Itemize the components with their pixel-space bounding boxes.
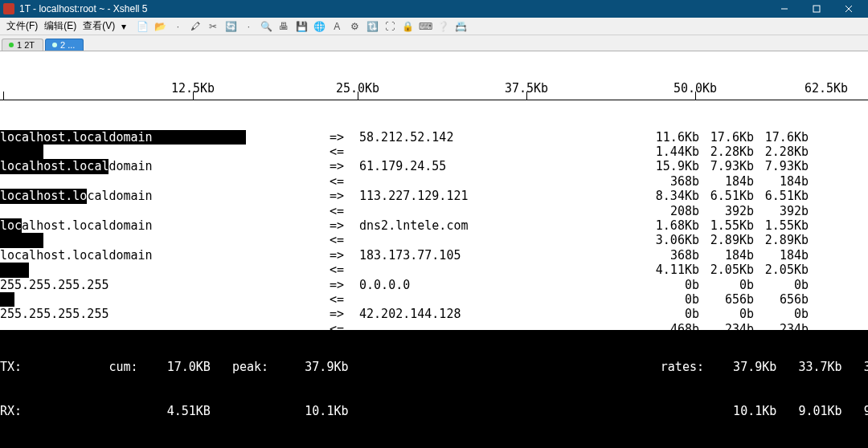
rate-col-1: 3.06Kb bbox=[649, 233, 704, 247]
rate-col-3: 184b bbox=[759, 248, 813, 263]
font-icon[interactable]: A bbox=[330, 20, 343, 33]
direction-arrow: <= bbox=[330, 174, 352, 189]
rate-col-3: 2.05Kb bbox=[759, 263, 813, 277]
table-row: <= 208b392b392b bbox=[0, 204, 868, 218]
sep-icon: · bbox=[171, 20, 184, 33]
maximize-button[interactable] bbox=[800, 0, 833, 18]
direction-arrow: <= bbox=[330, 263, 352, 277]
direction-arrow: => bbox=[330, 130, 352, 145]
tab-2-label: 2 ... bbox=[60, 40, 75, 50]
rate-col-2: 0b bbox=[704, 278, 759, 292]
rate-col-1: 11.6Kb bbox=[649, 130, 704, 145]
titlebar: 1T - localhost:root ~ - Xshell 5 bbox=[0, 0, 868, 18]
rate-col-1: 1.44Kb bbox=[649, 145, 704, 159]
destination-cell: dns2.lntele.com bbox=[352, 218, 649, 233]
host-cell: localhost.localdomain bbox=[0, 248, 330, 263]
table-row: <= 4.11Kb2.05Kb2.05Kb bbox=[0, 263, 868, 277]
window-controls bbox=[768, 0, 865, 18]
rate-col-2: 7.93Kb bbox=[704, 159, 759, 173]
rate-col-1: 0b bbox=[649, 278, 704, 292]
rate-col-1: 208b bbox=[649, 204, 704, 218]
rate-col-3: 6.51Kb bbox=[759, 189, 813, 203]
rate-col-2: 184b bbox=[704, 174, 759, 189]
bandwidth-scale: 12.5Kb 25.0Kb 37.5Kb 50.0Kb 62.5Kb bbox=[0, 81, 868, 100]
terminal[interactable]: 12.5Kb 25.0Kb 37.5Kb 50.0Kb 62.5Kb local… bbox=[0, 51, 868, 448]
destination-cell: 61.179.24.55 bbox=[352, 159, 649, 173]
globe-icon[interactable]: 🌐 bbox=[313, 20, 326, 33]
menubar: 文件(F) 编辑(E) 查看(V) ▾ 📄 📂 · 🖍 ✂ 🔄 · 🔍 🖶 💾 … bbox=[0, 18, 868, 35]
direction-arrow: => bbox=[330, 248, 352, 263]
rate-col-2: 656b bbox=[704, 292, 759, 307]
table-row: localhost.localdomain=> 61.179.24.5515.9… bbox=[0, 159, 868, 173]
host-cell bbox=[0, 233, 330, 247]
direction-arrow: => bbox=[330, 218, 352, 233]
sync-icon[interactable]: 🔃 bbox=[366, 20, 379, 33]
status-dot-icon bbox=[52, 43, 57, 47]
rate-col-1: 368b bbox=[649, 174, 704, 189]
table-row: localhost.localdomain=> 58.212.52.14211.… bbox=[0, 130, 868, 145]
menu-file[interactable]: 文件(F) bbox=[3, 19, 41, 33]
host-cell bbox=[0, 292, 330, 307]
destination-cell: 0.0.0.0 bbox=[352, 278, 649, 292]
host-cell: localhost.localdomain bbox=[0, 189, 330, 203]
rate-col-3: 1.55Kb bbox=[759, 218, 813, 233]
destination-cell bbox=[352, 263, 649, 277]
search-icon[interactable]: 🔍 bbox=[260, 20, 272, 33]
index-icon[interactable]: 📇 bbox=[454, 20, 467, 33]
table-row: localhost.localdomain=> 113.227.129.1218… bbox=[0, 189, 868, 203]
host-cell: localhost.localdomain bbox=[0, 218, 330, 233]
table-row: <= 1.44Kb2.28Kb2.28Kb bbox=[0, 145, 868, 159]
rate-col-2: 2.28Kb bbox=[704, 145, 759, 159]
menu-edit[interactable]: 编辑(E) bbox=[41, 19, 80, 33]
save-icon[interactable]: 💾 bbox=[295, 20, 308, 33]
gear-icon[interactable]: ⚙ bbox=[348, 20, 361, 33]
table-row: 255.255.255.255=> 0.0.0.00b0b0b bbox=[0, 278, 868, 292]
cut-icon[interactable]: ✂ bbox=[207, 20, 219, 33]
rate-col-1: 1.68Kb bbox=[649, 218, 704, 233]
highlight-icon[interactable]: 🖍 bbox=[189, 20, 202, 33]
destination-cell bbox=[352, 233, 649, 247]
destination-cell: 183.173.77.105 bbox=[352, 248, 649, 263]
tabbar: 1 2T 2 ... bbox=[0, 35, 868, 51]
status-dot-icon bbox=[9, 43, 14, 47]
destination-cell bbox=[352, 145, 649, 159]
rate-col-3: 656b bbox=[759, 292, 813, 307]
host-cell: 255.255.255.255 bbox=[0, 278, 330, 292]
rate-col-3: 2.28Kb bbox=[759, 145, 813, 159]
toolbar: 📄 📂 · 🖍 ✂ 🔄 · 🔍 🖶 💾 🌐 A ⚙ 🔃 ⛶ 🔒 ⌨ ❔ 📇 bbox=[136, 20, 467, 33]
svg-rect-1 bbox=[813, 6, 820, 12]
folder-icon[interactable]: 📂 bbox=[154, 20, 166, 33]
lock-icon[interactable]: 🔒 bbox=[401, 20, 414, 33]
direction-arrow: => bbox=[330, 189, 352, 203]
destination-cell bbox=[352, 174, 649, 189]
rate-col-1: 4.11Kb bbox=[649, 263, 704, 277]
destination-cell: 58.212.52.142 bbox=[352, 130, 649, 145]
keyboard-icon[interactable]: ⌨ bbox=[419, 20, 432, 33]
expand-icon[interactable]: ⛶ bbox=[383, 20, 396, 33]
help-icon[interactable]: ❔ bbox=[436, 20, 449, 33]
menu-view[interactable]: 查看(V) bbox=[80, 19, 118, 33]
rate-col-1: 8.34Kb bbox=[649, 189, 704, 203]
new-icon[interactable]: 📄 bbox=[136, 20, 149, 33]
host-cell bbox=[0, 263, 330, 277]
rate-col-2: 2.89Kb bbox=[704, 233, 759, 247]
tab-2[interactable]: 2 ... bbox=[45, 39, 84, 51]
menu-more[interactable]: ▾ bbox=[118, 21, 129, 32]
rate-col-3: 0b bbox=[759, 278, 813, 292]
direction-arrow: <= bbox=[330, 292, 352, 307]
host-cell bbox=[0, 145, 330, 159]
destination-cell bbox=[352, 292, 649, 307]
close-button[interactable] bbox=[833, 0, 865, 18]
rate-col-1: 0b bbox=[649, 292, 704, 307]
tab-1[interactable]: 1 2T bbox=[2, 39, 43, 51]
rate-col-2: 17.6Kb bbox=[704, 130, 759, 145]
rate-col-3: 392b bbox=[759, 204, 813, 218]
destination-cell bbox=[352, 204, 649, 218]
rate-col-3: 7.93Kb bbox=[759, 159, 813, 173]
print-icon[interactable]: 🖶 bbox=[277, 20, 290, 33]
rate-col-2: 392b bbox=[704, 204, 759, 218]
table-row: <= 368b184b184b bbox=[0, 174, 868, 189]
sep-icon: · bbox=[242, 20, 255, 33]
refresh-icon[interactable]: 🔄 bbox=[224, 20, 237, 33]
minimize-button[interactable] bbox=[768, 0, 800, 18]
